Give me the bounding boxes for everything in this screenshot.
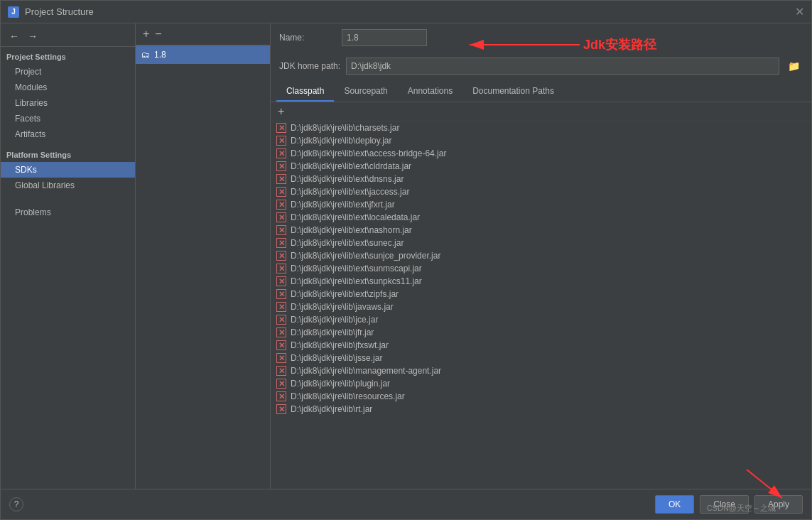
- file-path: D:\jdk8\jdk\jre\lib\ext\sunjce_provider.…: [291, 251, 440, 261]
- content-area: ← → Project Settings Project Modules Lib…: [1, 23, 811, 489]
- forward-button[interactable]: →: [25, 29, 40, 43]
- ok-button[interactable]: OK: [655, 495, 694, 514]
- title-bar: J Project Structure ✕: [1, 1, 811, 23]
- file-error-icon: ✕: [276, 148, 286, 158]
- close-button[interactable]: Close: [700, 495, 749, 514]
- file-path: D:\jdk8\jdk\jre\lib\ext\nashorn.jar: [291, 225, 412, 235]
- sidebar-item-project[interactable]: Project: [1, 64, 135, 80]
- file-error-icon: ✕: [276, 238, 286, 248]
- file-path: D:\jdk8\jdk\jre\lib\jsse.jar: [291, 353, 382, 363]
- tab-toolbar: +: [271, 102, 811, 121]
- file-error-icon: ✕: [276, 136, 286, 146]
- file-list-item[interactable]: ✕D:\jdk8\jdk\jre\lib\ext\jaccess.jar: [271, 185, 811, 198]
- file-list-item[interactable]: ✕D:\jdk8\jdk\jre\lib\javaws.jar: [271, 300, 811, 313]
- tabs-bar: Classpath Sourcepath Annotations Documen…: [271, 82, 811, 102]
- file-path: D:\jdk8\jdk\jre\lib\jfr.jar: [291, 327, 374, 337]
- close-icon[interactable]: ✕: [794, 7, 804, 17]
- tab-documentation-paths[interactable]: Documentation Paths: [462, 82, 564, 102]
- sdk-list-toolbar: + −: [136, 23, 270, 45]
- sidebar-item-artifacts[interactable]: Artifacts: [1, 126, 135, 142]
- file-list-item[interactable]: ✕D:\jdk8\jdk\jre\lib\ext\jfxrt.jar: [271, 198, 811, 211]
- file-error-icon: ✕: [276, 340, 286, 350]
- file-error-icon: ✕: [276, 404, 286, 414]
- file-error-icon: ✕: [276, 327, 286, 337]
- sidebar-item-facets[interactable]: Facets: [1, 111, 135, 126]
- file-path: D:\jdk8\jdk\jre\lib\jfxswt.jar: [291, 340, 389, 350]
- file-path: D:\jdk8\jdk\jre\lib\plugin.jar: [291, 379, 390, 389]
- file-list-item[interactable]: ✕D:\jdk8\jdk\jre\lib\jsse.jar: [271, 352, 811, 364]
- file-error-icon: ✕: [276, 225, 286, 235]
- file-list-item[interactable]: ✕D:\jdk8\jdk\jre\lib\ext\dnsns.jar: [271, 173, 811, 185]
- file-path: D:\jdk8\jdk\jre\lib\ext\sunpkcs11.jar: [291, 276, 422, 286]
- dialog-title: Project Structure: [25, 6, 94, 17]
- file-list-item[interactable]: ✕D:\jdk8\jdk\jre\lib\ext\sunec.jar: [271, 237, 811, 249]
- file-list-item[interactable]: ✕D:\jdk8\jdk\jre\lib\ext\access-bridge-6…: [271, 147, 811, 160]
- file-list-item[interactable]: ✕D:\jdk8\jdk\jre\lib\ext\zipfs.jar: [271, 288, 811, 300]
- file-error-icon: ✕: [276, 302, 286, 312]
- file-error-icon: ✕: [276, 276, 286, 286]
- file-error-icon: ✕: [276, 289, 286, 299]
- file-path: D:\jdk8\jdk\jre\lib\ext\sunec.jar: [291, 238, 404, 248]
- sidebar-item-modules[interactable]: Modules: [1, 80, 135, 95]
- sdk-list-item-label: 1.8: [154, 50, 166, 60]
- file-list-item[interactable]: ✕D:\jdk8\jdk\jre\lib\ext\sunpkcs11.jar: [271, 275, 811, 288]
- file-error-icon: ✕: [276, 200, 286, 210]
- file-error-icon: ✕: [276, 366, 286, 376]
- name-row: Name:: [271, 23, 811, 52]
- file-path: D:\jdk8\jdk\jre\lib\ext\jaccess.jar: [291, 187, 409, 197]
- file-list-item[interactable]: ✕D:\jdk8\jdk\jre\lib\charsets.jar: [271, 121, 811, 134]
- jdk-home-row: JDK home path: 📁: [271, 52, 811, 80]
- name-input[interactable]: [342, 29, 427, 46]
- sidebar-item-problems[interactable]: Problems: [1, 205, 135, 220]
- project-structure-dialog: J Project Structure ✕ ← → Project Settin…: [0, 0, 812, 520]
- app-icon: J: [8, 6, 19, 18]
- sdk-folder-icon: 🗂: [141, 50, 150, 60]
- file-path: D:\jdk8\jdk\jre\lib\rt.jar: [291, 404, 372, 414]
- sdk-list-item[interactable]: 🗂 1.8: [136, 45, 270, 64]
- sidebar-item-sdks[interactable]: SDKs: [1, 162, 135, 178]
- file-error-icon: ✕: [276, 174, 286, 184]
- remove-sdk-button[interactable]: −: [153, 28, 163, 40]
- add-sdk-button[interactable]: +: [141, 28, 151, 40]
- file-error-icon: ✕: [276, 353, 286, 363]
- tab-annotations[interactable]: Annotations: [398, 82, 462, 102]
- file-path: D:\jdk8\jdk\jre\lib\management-agent.jar: [291, 366, 441, 376]
- tab-classpath[interactable]: Classpath: [276, 82, 334, 102]
- name-label: Name:: [279, 33, 336, 43]
- add-entry-button[interactable]: +: [276, 105, 286, 118]
- sidebar-item-global-libraries[interactable]: Global Libraries: [1, 178, 135, 193]
- back-button[interactable]: ←: [6, 29, 22, 43]
- file-list-item[interactable]: ✕D:\jdk8\jdk\jre\lib\jce.jar: [271, 313, 811, 326]
- apply-button[interactable]: Apply: [754, 495, 803, 514]
- platform-settings-header: Platform Settings: [1, 148, 135, 162]
- file-error-icon: ✕: [276, 123, 286, 133]
- file-path: D:\jdk8\jdk\jre\lib\ext\jfxrt.jar: [291, 200, 395, 210]
- file-list-item[interactable]: ✕D:\jdk8\jdk\jre\lib\jfr.jar: [271, 326, 811, 339]
- help-button[interactable]: ?: [9, 497, 23, 511]
- tab-sourcepath[interactable]: Sourcepath: [334, 82, 397, 102]
- file-path: D:\jdk8\jdk\jre\lib\deploy.jar: [291, 136, 392, 146]
- file-list-item[interactable]: ✕D:\jdk8\jdk\jre\lib\plugin.jar: [271, 377, 811, 390]
- browse-button[interactable]: 📁: [785, 59, 803, 73]
- file-list-item[interactable]: ✕D:\jdk8\jdk\jre\lib\deploy.jar: [271, 134, 811, 147]
- file-path: D:\jdk8\jdk\jre\lib\resources.jar: [291, 391, 405, 401]
- file-list-item[interactable]: ✕D:\jdk8\jdk\jre\lib\ext\sunjce_provider…: [271, 249, 811, 262]
- file-list-item[interactable]: ✕D:\jdk8\jdk\jre\lib\resources.jar: [271, 390, 811, 403]
- file-list-item[interactable]: ✕D:\jdk8\jdk\jre\lib\rt.jar: [271, 403, 811, 416]
- file-path: D:\jdk8\jdk\jre\lib\jce.jar: [291, 315, 378, 325]
- file-list-item[interactable]: ✕D:\jdk8\jdk\jre\lib\ext\nashorn.jar: [271, 224, 811, 237]
- file-error-icon: ✕: [276, 187, 286, 197]
- jdk-home-input[interactable]: [346, 58, 779, 75]
- file-error-icon: ✕: [276, 251, 286, 261]
- file-list-item[interactable]: ✕D:\jdk8\jdk\jre\lib\ext\sunmscapi.jar: [271, 262, 811, 275]
- file-list-item[interactable]: ✕D:\jdk8\jdk\jre\lib\ext\cldrdata.jar: [271, 160, 811, 173]
- file-list-item[interactable]: ✕D:\jdk8\jdk\jre\lib\ext\localedata.jar: [271, 211, 811, 224]
- sidebar-item-libraries[interactable]: Libraries: [1, 95, 135, 111]
- nav-buttons: ← →: [1, 26, 135, 47]
- file-error-icon: ✕: [276, 212, 286, 222]
- file-list-item[interactable]: ✕D:\jdk8\jdk\jre\lib\management-agent.ja…: [271, 364, 811, 377]
- right-panel: Name: JDK home path: 📁 Classpath Sourcep…: [271, 23, 811, 489]
- file-path: D:\jdk8\jdk\jre\lib\ext\dnsns.jar: [291, 174, 404, 184]
- file-list-item[interactable]: ✕D:\jdk8\jdk\jre\lib\jfxswt.jar: [271, 339, 811, 352]
- file-path: D:\jdk8\jdk\jre\lib\ext\zipfs.jar: [291, 289, 399, 299]
